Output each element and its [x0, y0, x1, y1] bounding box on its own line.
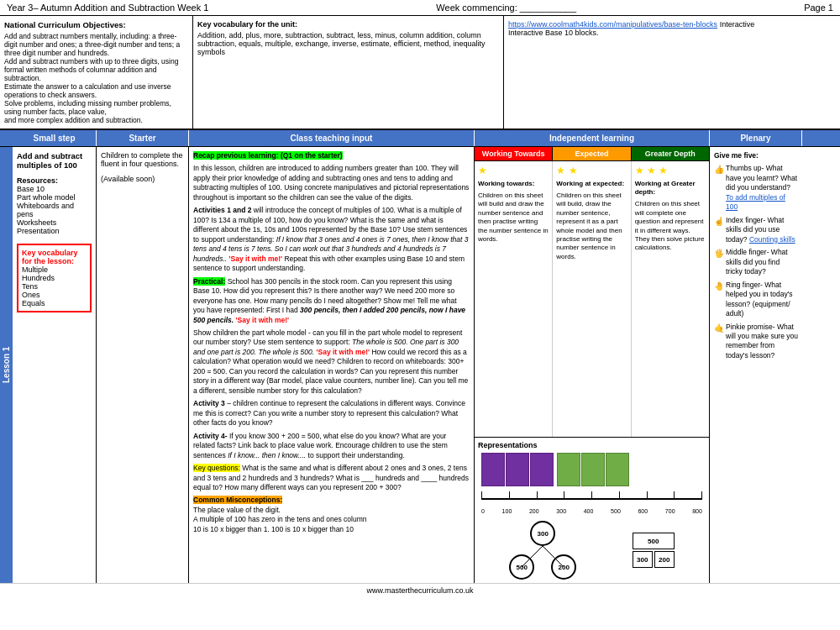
resources-interactive: Interactive [720, 20, 755, 29]
tick-0 [481, 491, 482, 500]
number-line-ticks-row [481, 491, 702, 500]
resource-presentation: Presentation [17, 227, 92, 235]
tick-600 [647, 491, 648, 500]
plenary-title: Give me five: [714, 151, 798, 160]
working-towards-header: Working Towards [475, 147, 553, 160]
misconceptions-label: Common Misconceptions: [193, 496, 282, 504]
working-towards-col: ★ Working towards: Children on this shee… [475, 161, 553, 437]
resource-base10: Base 10 [17, 185, 92, 193]
rect-300: 300 [633, 551, 653, 568]
green-block-1 [557, 453, 580, 486]
national-curriculum-title: National Curriculum Objectives: [4, 20, 188, 29]
practical-label: Practical: [193, 277, 225, 286]
bond-lines-svg [509, 521, 576, 580]
key-vocab-lesson-title: Key vocabulary for the lesson: [22, 249, 87, 265]
independent-content: ★ Working towards: Children on this shee… [475, 161, 709, 437]
middle-finger-icon: 🖐️ [714, 248, 724, 260]
pencils-text: 300 pencils, then I added 200 pencils, n… [193, 306, 465, 323]
plenary-thumbs-up: 👍 Thumbs up- What have you learnt? What … [714, 164, 798, 212]
tick-200 [537, 491, 538, 500]
col-header-plenary: Plenary [710, 130, 802, 146]
purple-blocks [481, 453, 554, 486]
svg-line-1 [543, 546, 564, 567]
gd-label: Working at Greater depth: [635, 180, 706, 197]
lesson-row: Lesson 1 Add and subtract multiples of 1… [0, 146, 840, 583]
number-line-area: 0 100 200 300 400 500 600 700 800 [478, 490, 706, 514]
tick-500 [619, 491, 620, 500]
coolmath-link[interactable]: https://www.coolmath4kids.com/manipulati… [508, 20, 717, 29]
resource-part-whole: Part whole model [17, 193, 92, 202]
teaching-activity3: Activity 3 – children continue to repres… [193, 399, 470, 428]
green-block-2 [581, 453, 605, 486]
resources-label: Resources: [17, 176, 92, 185]
ring-text: Ring finger- What helped you in today's … [726, 281, 798, 319]
representations-section: Representations [475, 437, 709, 583]
column-headers: Small step Starter Class teaching input … [0, 130, 840, 146]
nl-label-200: 200 [529, 508, 539, 514]
key-vocab-hundreds: Hundreds [22, 274, 87, 282]
key-vocab-ones: Ones [22, 291, 87, 299]
week-commencing: Week commencing: ___________ [436, 3, 576, 13]
tick-800 [701, 491, 702, 500]
teaching-recap: Recap previous learning: (Q1 on the star… [193, 151, 470, 160]
wt-stars: ★ [478, 165, 549, 178]
expected-header: Expected [553, 147, 631, 160]
activity3-label: Activity 3 [193, 399, 225, 407]
plenary-index-finger: ☝️ Index finger- What skills did you use… [714, 216, 798, 244]
resource-worksheets: Worksheets [17, 218, 92, 227]
key-vocab-multiple: Multiple [22, 265, 87, 274]
teaching-part-whole: Show children the part whole model - can… [193, 328, 470, 396]
index-link: Counting skills [749, 235, 795, 244]
resources-list: Resources: Base 10 Part whole model Whit… [17, 176, 92, 235]
tick-400 [591, 491, 592, 500]
tick-300 [564, 491, 564, 500]
number-line-labels-row: 0 100 200 300 400 500 600 700 800 [481, 508, 702, 514]
key-vocab-unit-box: Key vocabulary for the unit: Addition, a… [193, 16, 504, 129]
bar-blocks-row [478, 453, 706, 486]
resource-whiteboards: Whiteboards and pens [17, 202, 92, 218]
ring-finger-icon: 🤚 [714, 281, 724, 292]
plenary-pinkie: 🤙 Pinkie promise- What will you make sur… [714, 323, 798, 361]
nl-label-600: 600 [638, 508, 648, 514]
green-block-3 [606, 453, 629, 486]
tick-700 [674, 491, 675, 500]
nl-label-500: 500 [611, 508, 621, 514]
key-vocab-equals: Equals [22, 299, 87, 307]
say-it-1: 'Say it with me!' [229, 255, 283, 263]
nl-label-400: 400 [584, 508, 594, 514]
plenary-ring-finger: 🤚 Ring finger- What helped you in today'… [714, 281, 798, 319]
col-header-small-step: Small step [13, 130, 97, 146]
expected-col: ★ ★ Working at expected: Children on thi… [553, 161, 631, 437]
cell-teaching: Recap previous learning: (Q1 on the star… [189, 147, 475, 583]
teaching-misconceptions: Common Misconceptions: The place value o… [193, 496, 470, 534]
teaching-recap-text: Recap previous learning: (Q1 on the star… [193, 151, 343, 160]
independent-level-headers: Working Towards Expected Greater Depth [475, 147, 709, 161]
small-step-title: Add and subtract multiples of 100 [17, 151, 92, 170]
key-vocab-lesson-box: Key vocabulary for the lesson: Multiple … [17, 244, 92, 312]
teaching-practical: Practical: School has 300 pencils in the… [193, 277, 470, 325]
teaching-activities: Activities 1 and 2 will introduce the co… [193, 206, 470, 273]
teaching-key-questions: Key questions: What is the same and what… [193, 464, 470, 492]
cell-plenary: Give me five: 👍 Thumbs up- What have you… [710, 147, 802, 583]
resources-description: Interactive Base 10 blocks. [508, 29, 599, 37]
page-footer: www.masterthecurriculum.co.uk [0, 583, 840, 597]
purple-block-2 [506, 453, 529, 486]
activities-label: Activities 1 and 2 [193, 206, 251, 214]
gd-stars: ★ ★ ★ [635, 165, 706, 178]
index-finger-icon: ☝️ [714, 216, 724, 228]
lesson-label: Lesson 1 [0, 147, 13, 583]
circle-bond-diagram: 300 500 200 [509, 521, 576, 580]
page-number: Page 1 [804, 3, 833, 13]
number-bonds-area: 300 500 200 500 300 200 [478, 521, 706, 580]
starter-note: (Available soon) [101, 175, 184, 183]
cell-starter: Children to complete the fluent in four … [97, 147, 189, 583]
say-it-2: 'Say it with me!' [236, 316, 290, 324]
cell-independent: Working Towards Expected Greater Depth ★… [475, 147, 710, 583]
thumbs-up-text: Thumbs up- What have you learnt? What di… [726, 164, 798, 212]
index-text: Index finger- What skills did you use to… [726, 216, 798, 244]
nl-label-300: 300 [556, 508, 566, 514]
nl-label-700: 700 [665, 508, 675, 514]
exp-label: Working at expected: [556, 180, 627, 188]
resources-links-box: https://www.coolmath4kids.com/manipulati… [504, 16, 840, 129]
wt-detail: Children on this sheet will build and dr… [478, 192, 549, 244]
